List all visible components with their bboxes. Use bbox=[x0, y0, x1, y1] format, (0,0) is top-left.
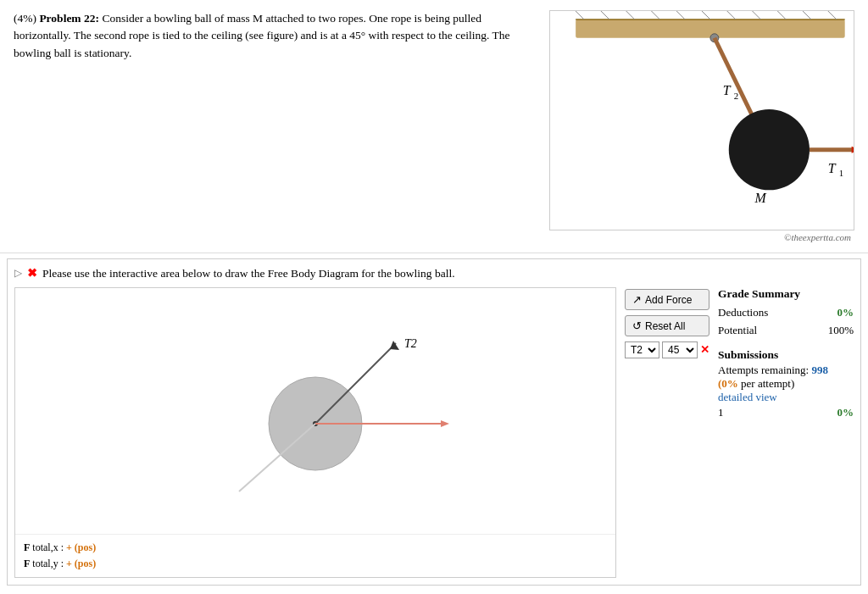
svg-text:T: T bbox=[828, 161, 837, 175]
svg-text:T2: T2 bbox=[404, 337, 417, 350]
potential-label: Potential bbox=[718, 322, 757, 340]
triangle-icon: ▷ bbox=[14, 267, 22, 280]
svg-line-3 bbox=[601, 11, 609, 19]
svg-text:T: T bbox=[723, 83, 732, 97]
physics-diagram: T 2 T 1 M bbox=[550, 11, 854, 230]
interactive-body: T2 F total,x : + (pos) F tota bbox=[14, 287, 854, 578]
detailed-view-row: detailed view bbox=[718, 391, 854, 404]
interactive-instruction: Please use the interactive area below to… bbox=[42, 267, 455, 280]
add-force-button[interactable]: ↗ Add Force bbox=[625, 289, 709, 310]
svg-line-12 bbox=[828, 11, 837, 19]
problem-area: (4%) Problem 22: Consider a bowling ball… bbox=[0, 0, 868, 253]
svg-marker-30 bbox=[441, 420, 449, 427]
fy-label: F total,y : + (pos) bbox=[24, 556, 607, 572]
submissions-title: Submissions bbox=[718, 348, 854, 362]
svg-line-4 bbox=[626, 11, 635, 19]
attempts-line: Attempts remaining: 998 bbox=[718, 364, 854, 377]
grade-summary-title: Grade Summary bbox=[718, 287, 854, 301]
svg-point-17 bbox=[729, 109, 810, 190]
drawing-area: T2 F total,x : + (pos) F tota bbox=[14, 287, 616, 578]
svg-line-5 bbox=[651, 11, 659, 19]
problem-figure: T 2 T 1 M ©theexpertta.com bbox=[549, 10, 854, 244]
svg-line-8 bbox=[727, 11, 736, 19]
force-controls-row: T2 T1 T3 45 90 135 180 ✕ bbox=[625, 341, 709, 358]
angle-select[interactable]: 45 90 135 180 bbox=[662, 341, 698, 358]
svg-line-7 bbox=[702, 11, 710, 19]
svg-rect-0 bbox=[576, 19, 845, 38]
interactive-header: ▷ ✖ Please use the interactive area belo… bbox=[14, 266, 854, 280]
potential-row: Potential 100% bbox=[718, 322, 854, 340]
problem-text: (4%) Problem 22: Consider a bowling ball… bbox=[14, 10, 532, 244]
svg-line-2 bbox=[576, 11, 584, 19]
svg-marker-19 bbox=[852, 147, 854, 153]
submission-num: 1 bbox=[718, 406, 724, 419]
figure-canvas: T 2 T 1 M bbox=[549, 10, 854, 230]
attempts-value: 998 bbox=[811, 364, 828, 376]
submission-row-1: 1 0% bbox=[718, 406, 854, 419]
svg-text:1: 1 bbox=[839, 168, 843, 178]
svg-line-6 bbox=[676, 11, 685, 19]
svg-text:M: M bbox=[754, 191, 767, 205]
potential-value: 100% bbox=[828, 322, 854, 340]
arrow-icon: ↗ bbox=[632, 293, 642, 306]
drawing-canvas[interactable]: T2 bbox=[15, 288, 615, 534]
reset-icon: ↺ bbox=[632, 319, 642, 332]
attempts-label: Attempts remaining: bbox=[718, 364, 809, 376]
controls-panel: ↗ Add Force ↺ Reset All T2 T1 T3 45 90 1… bbox=[625, 287, 709, 578]
fx-label: F total,x : + (pos) bbox=[24, 540, 607, 556]
x-mark-icon: ✖ bbox=[27, 266, 37, 280]
interactive-section: ▷ ✖ Please use the interactive area belo… bbox=[7, 258, 861, 586]
deductions-row: Deductions 0% bbox=[718, 304, 854, 322]
problem-number: Problem 22: bbox=[39, 12, 99, 25]
problem-percentage: (4%) bbox=[14, 12, 36, 25]
remove-force-button[interactable]: ✕ bbox=[700, 343, 709, 357]
deductions-label: Deductions bbox=[718, 304, 768, 322]
detailed-view-link[interactable]: detailed view bbox=[718, 391, 777, 403]
fbd-canvas[interactable]: T2 bbox=[15, 288, 615, 534]
force-name-select[interactable]: T2 T1 T3 bbox=[625, 341, 659, 358]
grade-summary: Grade Summary Deductions 0% Potential 10… bbox=[718, 287, 854, 578]
submission-pct: 0% bbox=[837, 406, 854, 419]
force-labels: F total,x : + (pos) F total,y : + (pos) bbox=[15, 534, 615, 577]
deductions-value: 0% bbox=[837, 304, 854, 322]
reset-all-button[interactable]: ↺ Reset All bbox=[625, 315, 709, 336]
svg-line-9 bbox=[753, 11, 761, 19]
svg-marker-27 bbox=[390, 341, 399, 350]
svg-text:2: 2 bbox=[734, 91, 738, 101]
copyright: ©theexpertta.com bbox=[549, 230, 854, 244]
per-attempt-line: (0% per attempt) bbox=[718, 377, 854, 391]
svg-line-11 bbox=[803, 11, 811, 19]
svg-line-10 bbox=[777, 11, 786, 19]
